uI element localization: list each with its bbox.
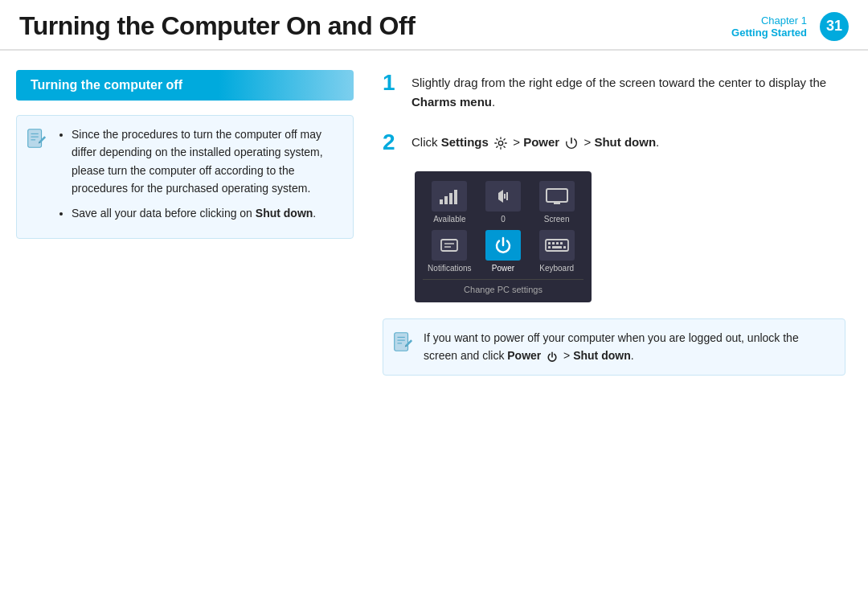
charm-available-label: Available bbox=[433, 215, 465, 224]
svg-rect-12 bbox=[504, 194, 506, 199]
power-charms-icon bbox=[492, 234, 514, 257]
charm-available-icon-box bbox=[432, 181, 467, 211]
charms-panel: Available 0 bbox=[415, 171, 592, 302]
svg-point-4 bbox=[498, 141, 502, 145]
screen-icon bbox=[544, 187, 570, 206]
chapter-label-wrap: Chapter 1 Getting Started bbox=[731, 14, 807, 39]
svg-rect-22 bbox=[552, 242, 555, 244]
chapter-label: Chapter 1 bbox=[761, 14, 807, 27]
svg-rect-10 bbox=[454, 190, 457, 204]
note-icon bbox=[25, 127, 47, 150]
section-title: Turning the computer off bbox=[31, 78, 182, 92]
right-column: 1 Slightly drag from the right edge of t… bbox=[383, 70, 845, 376]
power-icon-inline bbox=[564, 136, 579, 150]
note-item-1: Since the procedures to turn the compute… bbox=[72, 125, 340, 198]
keyboard-icon bbox=[544, 236, 570, 255]
page-header: Turning the Computer On and Off Chapter … bbox=[0, 0, 868, 51]
svg-marker-11 bbox=[498, 190, 503, 203]
info-note-icon bbox=[391, 331, 414, 353]
signal-icon bbox=[438, 187, 461, 206]
svg-rect-28 bbox=[395, 333, 408, 351]
svg-rect-0 bbox=[28, 129, 42, 147]
svg-rect-17 bbox=[441, 240, 457, 251]
charm-power: Power bbox=[477, 230, 529, 273]
charm-screen: Screen bbox=[531, 181, 583, 224]
power-info-icon bbox=[546, 351, 559, 363]
charm-notifications-icon-box bbox=[432, 230, 467, 261]
svg-rect-7 bbox=[440, 199, 443, 204]
page-title: Turning the Computer On and Off bbox=[19, 11, 415, 41]
svg-rect-20 bbox=[546, 240, 568, 251]
charm-power-icon-box bbox=[485, 230, 521, 261]
charms-footer: Change PC settings bbox=[423, 279, 583, 298]
step-2-text: Click Settings > Power > Shut down. bbox=[411, 129, 659, 152]
step-2: 2 Click Settings > Power > Shut down. bbox=[383, 129, 845, 154]
charm-volume-icon-box bbox=[485, 181, 521, 211]
charm-keyboard: Keyboard bbox=[531, 230, 583, 273]
svg-rect-26 bbox=[552, 246, 562, 248]
step-1-text: Slightly drag from the right edge of the… bbox=[411, 70, 845, 112]
info-note: If you want to power off your computer w… bbox=[383, 318, 845, 376]
main-content: Turning the computer off Since the proce… bbox=[0, 51, 868, 395]
svg-rect-27 bbox=[563, 246, 566, 248]
volume-icon bbox=[492, 187, 514, 206]
charm-volume: 0 bbox=[477, 181, 529, 224]
charm-keyboard-icon-box bbox=[539, 230, 575, 261]
notifications-icon bbox=[438, 236, 461, 255]
svg-rect-23 bbox=[556, 242, 559, 244]
charm-volume-label: 0 bbox=[501, 215, 506, 224]
charm-screen-label: Screen bbox=[544, 215, 570, 224]
charms-row-2: Notifications Power bbox=[423, 230, 583, 273]
charm-power-label: Power bbox=[492, 264, 514, 273]
charm-screen-icon-box bbox=[539, 181, 575, 211]
gear-icon bbox=[493, 136, 508, 150]
step-1: 1 Slightly drag from the right edge of t… bbox=[383, 70, 845, 112]
charm-available: Available bbox=[424, 181, 475, 224]
note-box: Since the procedures to turn the compute… bbox=[16, 115, 354, 239]
svg-rect-24 bbox=[560, 242, 563, 244]
charms-row-1: Available 0 bbox=[423, 181, 583, 224]
left-column: Turning the computer off Since the proce… bbox=[16, 70, 354, 376]
charm-keyboard-label: Keyboard bbox=[539, 264, 574, 273]
svg-rect-25 bbox=[548, 246, 551, 248]
svg-rect-8 bbox=[444, 196, 448, 204]
note-list: Since the procedures to turn the compute… bbox=[57, 125, 340, 222]
svg-rect-9 bbox=[449, 193, 452, 204]
charm-notifications-label: Notifications bbox=[428, 264, 471, 273]
note-item-2: Save all your data before clicking on Sh… bbox=[72, 204, 340, 222]
chapter-info: Chapter 1 Getting Started 31 bbox=[731, 12, 849, 41]
section-header: Turning the computer off bbox=[16, 70, 354, 101]
getting-started-label: Getting Started bbox=[731, 27, 807, 39]
svg-rect-13 bbox=[506, 192, 508, 200]
step-1-number: 1 bbox=[383, 72, 400, 94]
step-2-number: 2 bbox=[383, 131, 400, 154]
charm-notifications: Notifications bbox=[424, 230, 475, 273]
svg-rect-14 bbox=[547, 189, 567, 202]
chapter-badge: 31 bbox=[820, 12, 849, 41]
svg-rect-21 bbox=[548, 242, 551, 244]
